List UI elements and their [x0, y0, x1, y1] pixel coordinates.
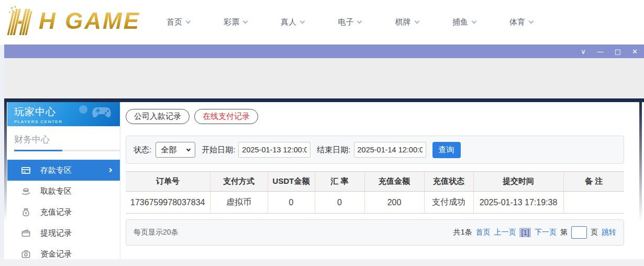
sidebar-subtitle: PLAYERS CENTER [14, 119, 120, 124]
jump-button[interactable]: 跳转 [602, 228, 616, 237]
col-payment-method: 支付方式 [210, 172, 268, 192]
sidebar-item-withdraw[interactable]: 取款专区 [7, 181, 120, 202]
nav-item-sports[interactable]: 体育 [509, 17, 533, 27]
chevron-down-icon [300, 19, 305, 24]
logo-text: H GAME [39, 9, 140, 32]
nav-item-home[interactable]: 首页 [166, 17, 190, 27]
money-bag-icon [21, 207, 31, 217]
nav-label: 体育 [509, 17, 525, 27]
pagination-bar: 每页显示20条 共1条 首页 上一页 [1] 下一页 第 页 跳转 [126, 219, 624, 246]
tab-online-payment-records[interactable]: 在线支付记录 [194, 109, 258, 124]
nav-item-slots[interactable]: 电子 [338, 17, 361, 27]
col-recharge-status: 充值状态 [424, 172, 473, 192]
site-header: H GAME 首页 彩票 真人 电子 棋牌 捕鱼 体育 [0, 0, 644, 45]
total-count-text: 共1条 [453, 228, 472, 237]
collapse-chevron-icon[interactable]: ∨ [581, 48, 586, 55]
window-controls: ∨ — □ ✕ [581, 48, 644, 55]
search-button[interactable]: 查询 [432, 142, 461, 158]
cell-order-number: 1736759978037834 [126, 192, 210, 214]
col-recharge-amount: 充值金额 [364, 172, 424, 192]
gamepad-icon [92, 104, 115, 120]
cell-exchange-rate: 0 [315, 192, 364, 214]
end-date-label: 结束日期: [317, 145, 350, 155]
nav-label: 捕鱼 [452, 17, 468, 27]
logo[interactable]: H GAME [3, 5, 140, 37]
col-exchange-rate: 汇 率 [315, 172, 364, 192]
table-row: 1736759978037834 虚拟币 0 0 200 支付成功 2025-0… [126, 192, 624, 214]
sidebar-item-label: 取款专区 [40, 186, 72, 196]
chevron-down-icon [357, 19, 362, 24]
minimize-button[interactable]: — [597, 48, 604, 55]
col-order-number: 订单号 [126, 172, 210, 192]
sidebar-item-label: 提现记录 [40, 228, 72, 238]
chevron-down-icon [186, 19, 191, 24]
cell-submit-time: 2025-01-13 17:19:38 [473, 192, 563, 214]
chevron-down-icon [186, 147, 191, 151]
sidebar-menu: 存款专区 取款专区 [7, 160, 120, 264]
sidebar-header: 玩家中心 PLAYERS CENTER [7, 102, 120, 126]
window-titlebar: ∨ — □ ✕ [4, 45, 644, 58]
status-select[interactable]: 全部 [156, 142, 195, 158]
cell-recharge-status: 支付成功 [424, 192, 473, 214]
chevron-down-icon [414, 19, 419, 24]
nav-item-fishing[interactable]: 捕鱼 [452, 17, 476, 27]
status-select-value: 全部 [161, 145, 176, 155]
table-header-row: 订单号 支付方式 USDT金额 汇 率 充值金额 充值状态 提交时间 备 注 [126, 172, 624, 192]
nav-item-chess[interactable]: 棋牌 [395, 17, 419, 27]
page-size-text: 每页显示20条 [134, 228, 179, 237]
prev-page-link[interactable]: 上一页 [494, 228, 516, 237]
jump-suffix-text: 页 [591, 228, 598, 237]
nav-item-lottery[interactable]: 彩票 [224, 17, 247, 27]
nav-label: 电子 [338, 17, 353, 27]
sidebar-item-label: 资金记录 [40, 249, 72, 259]
filter-bar: 状态: 全部 开始日期: 结束日期: 查询 [126, 136, 624, 164]
window-empty-area [4, 58, 644, 98]
content-panel: 公司入款记录 在线支付记录 状态: 全部 开始日期: 结束日期: 查询 订单号 [120, 102, 644, 259]
sidebar-item-withdrawal-records[interactable]: 提现记录 [7, 223, 120, 243]
decor-bubble [79, 105, 87, 114]
end-date-input[interactable] [354, 142, 426, 158]
nav-item-live[interactable]: 真人 [281, 17, 304, 27]
close-button[interactable]: ✕ [632, 48, 638, 55]
first-page-link[interactable]: 首页 [475, 228, 490, 237]
start-date-input[interactable] [238, 142, 310, 158]
sidebar: 玩家中心 PLAYERS CENTER 财务中心 [7, 102, 120, 259]
deposit-card-icon [21, 165, 31, 175]
page: H GAME 首页 彩票 真人 电子 棋牌 捕鱼 体育 ∨ — □ ✕ 玩家中心… [0, 0, 644, 266]
player-center-window: 玩家中心 PLAYERS CENTER 财务中心 [4, 98, 644, 259]
start-date-label: 开始日期: [202, 145, 235, 155]
pagination-controls: 共1条 首页 上一页 [1] 下一页 第 页 跳转 [453, 226, 616, 239]
cell-usdt-amount: 0 [268, 192, 315, 214]
sidebar-item-deposit[interactable]: 存款专区 [7, 160, 120, 181]
chevron-down-icon [243, 19, 248, 24]
page-jump-input[interactable] [571, 226, 587, 239]
main-nav: 首页 彩票 真人 电子 棋牌 捕鱼 体育 [166, 0, 533, 45]
col-usdt-amount: USDT金额 [268, 172, 315, 192]
sidebar-section-title: 财务中心 [7, 126, 120, 150]
sidebar-item-recharge-records[interactable]: 充值记录 [7, 202, 120, 223]
logo-mark-icon [3, 5, 39, 37]
maximize-button[interactable]: □ [615, 48, 621, 55]
page-bottom-margin [0, 259, 644, 266]
record-tabs: 公司入款记录 在线支付记录 [126, 109, 258, 124]
sidebar-item-label: 存款专区 [40, 165, 72, 175]
tab-company-deposit-records[interactable]: 公司入款记录 [126, 109, 190, 124]
coin-purse-icon [21, 249, 31, 259]
withdraw-hand-icon [21, 186, 31, 196]
records-table: 订单号 支付方式 USDT金额 汇 率 充值金额 充值状态 提交时间 备 注 1… [126, 171, 624, 214]
nav-label: 棋牌 [395, 17, 411, 27]
status-label: 状态: [134, 145, 151, 155]
nav-label: 首页 [166, 17, 182, 27]
col-submit-time: 提交时间 [473, 172, 563, 192]
sidebar-item-label: 充值记录 [40, 207, 72, 217]
chevron-down-icon [471, 19, 476, 24]
nav-label: 真人 [281, 17, 296, 27]
cell-payment-method: 虚拟币 [210, 192, 268, 214]
wallet-icon [21, 228, 31, 238]
cell-recharge-amount: 200 [364, 192, 424, 214]
page-left-margin [0, 45, 4, 259]
next-page-link[interactable]: 下一页 [535, 228, 557, 237]
nav-label: 彩票 [224, 17, 239, 27]
chevron-right-icon [108, 168, 112, 172]
cell-remarks [563, 192, 624, 214]
